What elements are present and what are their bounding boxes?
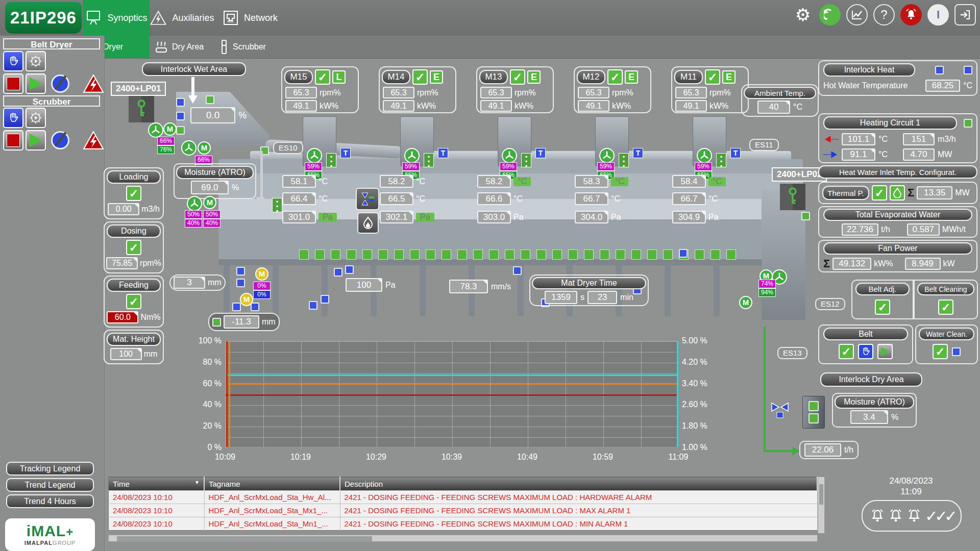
temperature-probe-icon[interactable]: T	[438, 148, 448, 158]
outfeed-motor-icon[interactable]: M	[739, 296, 752, 309]
metric-value[interactable]: 60.0	[107, 311, 138, 323]
alarm-acknowledge-button[interactable]: ✓✓✓	[862, 500, 962, 532]
moisture-atro-out-button[interactable]: Moisture (ATRO)	[835, 395, 914, 409]
fan-motor-button[interactable]: M11	[674, 70, 703, 84]
selector-switch[interactable]	[51, 131, 69, 149]
trend-legend-button[interactable]: Trend Legend	[6, 478, 94, 492]
alarm-row[interactable]: 24/08/2023 10:10HDF_Anl_ScrMxLoad_Sta_Mx…	[109, 504, 818, 517]
fan-icon[interactable]	[599, 148, 615, 163]
temperature-probe-icon[interactable]: T	[340, 148, 351, 158]
fan-ok-checkbox[interactable]: ✓	[412, 69, 428, 85]
pressure-value[interactable]: 304.0	[575, 211, 608, 223]
alarm-horizontal-scrollbar[interactable]	[108, 535, 818, 542]
butterfly-valve-icon[interactable]	[770, 399, 790, 421]
tab-synoptics[interactable]: Synoptics	[83, 0, 150, 36]
trend-icon[interactable]	[846, 4, 868, 26]
fan-icon[interactable]	[307, 148, 322, 163]
belt-button[interactable]: Belt	[823, 328, 908, 340]
upper-temp-value[interactable]: 58.1	[282, 175, 316, 188]
alarm-vertical-scrollbar[interactable]	[818, 477, 825, 534]
gap-value[interactable]: 3	[174, 277, 205, 289]
wet-motor-icon[interactable]: M	[198, 141, 211, 155]
metric-button[interactable]: Dosing	[107, 224, 161, 238]
lower-temp-value[interactable]: 66.7	[575, 192, 608, 205]
tab-network[interactable]: Network	[214, 0, 286, 36]
key-switch-panel[interactable]	[129, 96, 154, 122]
manual-mode-button[interactable]	[3, 108, 23, 128]
temperature-probe-icon[interactable]: T	[633, 148, 643, 158]
upper-temp-value[interactable]: 58.2	[477, 175, 511, 188]
fan-icon[interactable]	[502, 148, 517, 163]
upper-temp-value[interactable]: 58.4	[672, 175, 706, 188]
fan-icon[interactable]	[697, 148, 712, 163]
connectivity-icon[interactable]	[819, 4, 841, 26]
belt-offset-value[interactable]: -11.3	[224, 315, 259, 329]
wet-motor-icon[interactable]: M	[163, 122, 177, 136]
subtab-scrubber[interactable]: Scrubber	[214, 36, 286, 58]
lower-temp-value[interactable]: 66.7	[672, 192, 706, 205]
ambient-temp-button[interactable]: Ambient Temp.	[744, 87, 816, 99]
user-session-icon[interactable]: I	[927, 4, 949, 26]
auto-mode-button[interactable]	[26, 108, 46, 128]
fan-motor-button[interactable]: M15	[284, 70, 313, 84]
alarm-row[interactable]: 24/08/2023 10:10HDF_Anl_ScrMxLoad_Sta_Hw…	[109, 491, 818, 504]
belt-cleaning-checkbox[interactable]: ✓	[938, 299, 953, 315]
mat-dryer-time-button[interactable]: Mat Dryer Time	[532, 277, 646, 289]
metric-checkbox[interactable]: ✓	[126, 294, 141, 309]
belt-run-button[interactable]	[877, 344, 893, 359]
column-header-time[interactable]: Time ▼	[109, 477, 205, 491]
belt-adj-button[interactable]: Belt Adj.	[855, 283, 910, 295]
ambient-temp-value[interactable]: 40	[757, 101, 790, 114]
dosing-fan-icon[interactable]	[187, 196, 202, 211]
temperature-probe-icon[interactable]: T	[730, 148, 741, 158]
infeed-level-value[interactable]: 0.0	[190, 107, 235, 123]
wet-fan-icon[interactable]	[181, 140, 197, 156]
start-button[interactable]	[26, 73, 46, 94]
dosing-motor-icon[interactable]: M	[203, 196, 216, 209]
water-droplet-icon[interactable]	[890, 185, 905, 201]
upper-temp-value[interactable]: 58.2	[380, 175, 413, 188]
pressure-value[interactable]: 301.0	[282, 211, 316, 223]
metric-button[interactable]: Mat. Height	[107, 333, 161, 346]
fan-ok-checkbox[interactable]: ✓	[607, 69, 623, 85]
metric-value[interactable]: 75.85	[106, 257, 138, 269]
alarm-table[interactable]: Time ▼ Tagname Description 24/08/2023 10…	[108, 477, 818, 531]
tracking-legend-button[interactable]: Tracking Legend	[6, 462, 94, 475]
interlock-wet-area-button[interactable]: Interlock Wet Area	[142, 62, 246, 76]
selector-switch[interactable]	[51, 74, 69, 93]
trend-plot-area[interactable]	[225, 341, 678, 447]
water-clean-checkbox[interactable]: ✓	[933, 344, 948, 359]
belt-speed-value[interactable]: 78.3	[449, 280, 488, 293]
fan-icon[interactable]	[404, 148, 420, 163]
alarm-bell-icon[interactable]	[900, 4, 922, 26]
fan-motor-button[interactable]: M13	[479, 70, 508, 84]
belt-adj-checkbox[interactable]: ✓	[875, 299, 890, 315]
lower-temp-value[interactable]: 66.6	[477, 192, 511, 205]
chamber-pressure-value[interactable]: 100	[346, 278, 382, 292]
heating-circuit-button[interactable]: Heating Circuit 1	[823, 116, 957, 130]
stop-button[interactable]	[3, 73, 23, 94]
tab-auxiliaries[interactable]: Auxiliaries	[150, 0, 214, 36]
column-header-description[interactable]: Description	[340, 477, 817, 491]
metric-checkbox[interactable]: ✓	[126, 240, 141, 255]
wet-fan-icon[interactable]	[148, 122, 163, 138]
heat-exchanger-valve-icon[interactable]	[356, 188, 379, 210]
heat-water-config-button[interactable]: Heat Water Inlet Temp. Configurat.	[818, 165, 977, 179]
column-header-tagname[interactable]: Tagname	[204, 477, 340, 491]
fan-ok-checkbox[interactable]: ✓	[315, 69, 330, 85]
metric-value[interactable]: 0.00	[108, 203, 139, 215]
supply-temp-value[interactable]: 101.1	[842, 133, 875, 145]
thermal-power-button[interactable]: Thermal P.	[822, 186, 869, 200]
pressure-value[interactable]: 304.9	[672, 211, 706, 223]
thermal-ok-checkbox[interactable]: ✓	[872, 185, 887, 201]
lower-temp-value[interactable]: 66.5	[380, 192, 413, 205]
interlock-heat-button[interactable]: Interlock Heat	[823, 63, 915, 77]
start-button[interactable]	[26, 130, 46, 151]
manual-mode-button[interactable]	[3, 51, 23, 71]
interlock-dry-area-button[interactable]: Interlock Dry Area	[820, 372, 922, 387]
moisture-atro-in-value[interactable]: 69.0	[191, 181, 229, 194]
flow-value[interactable]: 151	[903, 133, 935, 145]
fan-motor-button[interactable]: M14	[382, 70, 410, 84]
alarm-row[interactable]: 24/08/2023 10:10HDF_Anl_ScrMxLoad_Sta_Mn…	[109, 517, 818, 531]
upper-temp-value[interactable]: 58.3	[575, 175, 608, 188]
